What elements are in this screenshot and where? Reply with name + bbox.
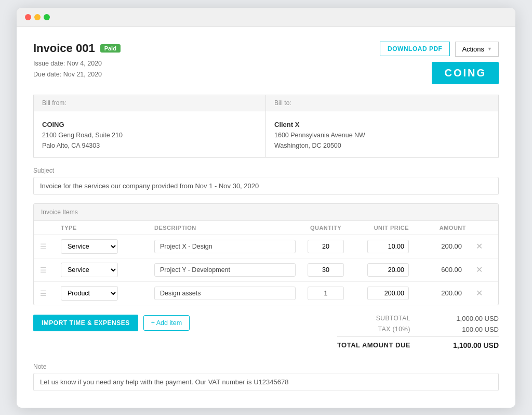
bill-to-name: Client X: [274, 121, 490, 128]
invoice-title: Invoice 001 Paid: [33, 42, 121, 55]
totals-block: SUBTOTAL 1,000.00 USD TAX (10%) 100.00 U…: [337, 315, 499, 353]
quantity-cell: [300, 263, 352, 277]
invoice-container: Invoice 001 Paid Issue date: Nov 4, 2020…: [17, 27, 515, 408]
item-rows-container: ☰ ServiceProduct 200.00 ✕ ☰ ServiceProdu…: [34, 235, 498, 305]
col-drag: [40, 225, 61, 231]
type-select[interactable]: ServiceProduct: [61, 239, 118, 254]
subtotal-label: SUBTOTAL: [376, 315, 410, 322]
bill-from-address1: 2100 Geng Road, Suite 210: [42, 130, 257, 140]
unit-price-cell: [352, 287, 409, 300]
import-time-expenses-button[interactable]: IMPORT TIME & EXPENSES: [33, 315, 138, 331]
bill-from-content: COING 2100 Geng Road, Suite 210 Palo Alt…: [42, 116, 257, 151]
quantity-input[interactable]: [308, 287, 344, 300]
issue-date-value: Nov 4, 2020: [67, 60, 102, 67]
col-quantity-header: QUANTITY: [300, 225, 352, 231]
remove-item-button[interactable]: ✕: [466, 240, 492, 252]
drag-handle-icon: ☰: [40, 242, 61, 251]
total-label: TOTAL AMOUNT DUE: [337, 341, 410, 349]
amount-value: 200.00: [409, 242, 466, 250]
amount-value: 600.00: [409, 266, 466, 274]
amount-value: 200.00: [409, 289, 466, 297]
browser-window: Invoice 001 Paid Issue date: Nov 4, 2020…: [17, 8, 515, 408]
bill-to-address2: Washington, DC 20500: [274, 140, 490, 151]
tax-value: 100.00 USD: [442, 326, 499, 333]
note-label: Note: [33, 363, 499, 370]
quantity-cell: [300, 287, 352, 300]
unit-price-cell: [352, 263, 409, 277]
type-cell: ServiceProduct: [61, 286, 154, 301]
download-pdf-button[interactable]: DOWNLOAD PDF: [380, 42, 450, 56]
paid-badge: Paid: [100, 44, 121, 53]
company-logo: COING: [432, 62, 499, 84]
quantity-cell: [300, 240, 352, 253]
issue-date: Issue date: Nov 4, 2020: [33, 58, 121, 69]
subject-label: Subject: [33, 167, 499, 174]
bill-from: Bill from: COING 2100 Geng Road, Suite 2…: [34, 95, 266, 157]
remove-item-button[interactable]: ✕: [466, 264, 492, 276]
subtotal-value: 1,000.00 USD: [442, 315, 499, 322]
actions-row: IMPORT TIME & EXPENSES + Add item SUBTOT…: [33, 315, 499, 353]
total-due-row: TOTAL AMOUNT DUE 1,100.00 USD: [337, 336, 499, 349]
description-input[interactable]: [154, 240, 296, 253]
left-actions: IMPORT TIME & EXPENSES + Add item: [33, 315, 190, 331]
items-col-headers: TYPE DESCRIPTION QUANTITY UNIT PRICE AMO…: [34, 221, 498, 235]
header-actions: DOWNLOAD PDF Actions COING: [380, 42, 499, 84]
bill-to-address1: 1600 Pennsylvania Avenue NW: [274, 130, 490, 140]
note-input[interactable]: [33, 373, 499, 391]
bill-to-label: Bill to:: [266, 95, 498, 111]
dot-yellow[interactable]: [34, 14, 41, 20]
drag-handle-icon: ☰: [40, 266, 61, 274]
dot-red[interactable]: [25, 14, 31, 20]
invoice-dates: Issue date: Nov 4, 2020 Due date: Nov 21…: [33, 58, 121, 81]
header-row: Invoice 001 Paid Issue date: Nov 4, 2020…: [33, 42, 499, 84]
bill-to: Bill to: Client X 1600 Pennsylvania Aven…: [266, 95, 498, 157]
header-buttons: DOWNLOAD PDF Actions: [380, 42, 499, 57]
quantity-input[interactable]: [308, 263, 344, 277]
items-header: Invoice Items: [34, 204, 498, 221]
description-input[interactable]: [154, 287, 296, 300]
note-section: Note: [33, 363, 499, 391]
dot-green[interactable]: [44, 14, 50, 20]
invoice-items-section: Invoice Items TYPE DESCRIPTION QUANTITY …: [33, 203, 499, 305]
remove-item-button[interactable]: ✕: [466, 287, 492, 299]
subject-input[interactable]: [33, 177, 499, 195]
col-description-header: DESCRIPTION: [154, 225, 300, 231]
actions-dropdown[interactable]: Actions: [455, 42, 499, 57]
invoice-number: Invoice 001: [33, 42, 95, 55]
description-cell: [154, 240, 300, 253]
quantity-input[interactable]: [308, 240, 344, 253]
due-date-value: Nov 21, 2020: [63, 71, 102, 78]
bill-from-label: Bill from:: [34, 95, 265, 111]
table-row: ☰ ServiceProduct 200.00 ✕: [34, 282, 498, 305]
unit-price-input[interactable]: [367, 263, 409, 277]
total-value: 1,100.00 USD: [442, 341, 499, 349]
col-type-header: TYPE: [61, 225, 154, 231]
unit-price-input[interactable]: [367, 287, 409, 300]
add-item-button[interactable]: + Add item: [143, 315, 190, 331]
col-amount-header: AMOUNT: [409, 225, 466, 231]
bill-section: Bill from: COING 2100 Geng Road, Suite 2…: [33, 95, 499, 158]
subtotal-row: SUBTOTAL 1,000.00 USD: [337, 315, 499, 322]
browser-chrome: [17, 8, 515, 27]
type-select[interactable]: ServiceProduct: [61, 286, 118, 301]
description-input[interactable]: [154, 263, 296, 277]
type-cell: ServiceProduct: [61, 239, 154, 254]
bill-from-name: COING: [42, 121, 257, 128]
col-remove-header: [466, 225, 492, 231]
bill-to-content: Client X 1600 Pennsylvania Avenue NW Was…: [274, 116, 490, 151]
type-select[interactable]: ServiceProduct: [61, 263, 118, 277]
bill-from-address2: Palo Alto, CA 94303: [42, 140, 257, 151]
due-date-label: Due date:: [33, 71, 61, 78]
description-cell: [154, 287, 300, 300]
unit-price-input[interactable]: [367, 240, 409, 253]
table-row: ☰ ServiceProduct 200.00 ✕: [34, 235, 498, 258]
due-date: Due date: Nov 21, 2020: [33, 69, 121, 80]
tax-label: TAX (10%): [378, 326, 410, 333]
col-unit-price-header: UNIT PRICE: [352, 225, 409, 231]
type-cell: ServiceProduct: [61, 263, 154, 277]
description-cell: [154, 263, 300, 277]
issue-date-label: Issue date:: [33, 60, 65, 67]
unit-price-cell: [352, 240, 409, 253]
drag-handle-icon: ☰: [40, 289, 61, 297]
invoice-title-block: Invoice 001 Paid Issue date: Nov 4, 2020…: [33, 42, 121, 81]
